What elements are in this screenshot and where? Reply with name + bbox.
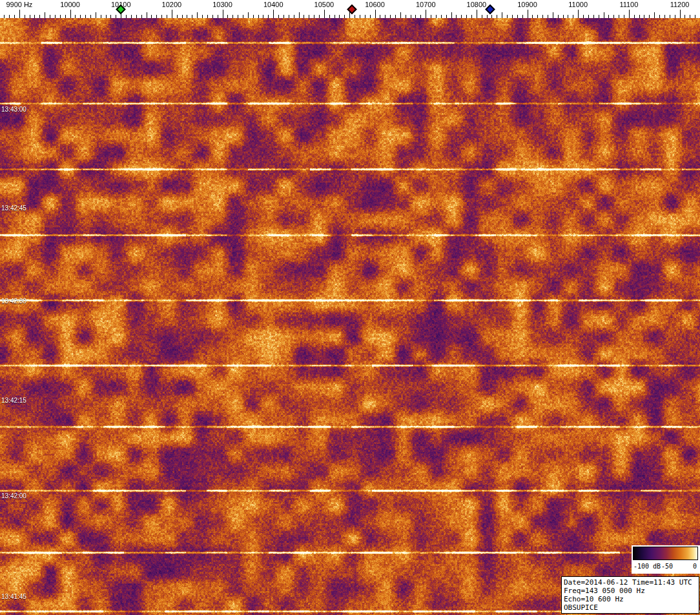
info-line: Echo=10 600 Hz [564,595,697,603]
colorbar-legend: -100 dB -50 0 [632,545,700,574]
info-line: OBSUPICE [564,603,697,612]
colorbar-gradient [633,547,698,560]
freq-tick-label: 10500 [314,1,335,8]
freq-tick-label: 10200 [162,1,182,8]
time-tick-label: 13:42:00 [1,492,26,499]
frequency-ruler[interactable]: 9900 Hz100001010010200103001040010500106… [0,0,700,18]
freq-tick-label: 10400 [263,1,283,8]
spectrogram-display: 9900 Hz100001010010200103001040010500106… [0,0,700,615]
info-line: Date=2014-06-12 Time=11:43 UTC [564,578,697,587]
freq-tick-label: 10600 [365,1,385,8]
freq-tick-label: 10300 [212,1,232,8]
status-info-box: Date=2014-06-12 Time=11:43 UTCFreq=143 0… [561,576,699,614]
colorbar-mid-label: -50 [661,563,673,570]
freq-tick-label: 11200 [670,1,690,8]
time-tick-label: 13:42:15 [1,397,26,404]
freq-tick-label: 11000 [568,1,588,8]
spectrogram-waterfall[interactable] [0,18,700,615]
info-line: Freq=143 050 000 Hz [564,587,697,595]
colorbar-labels: -100 dB -50 0 [632,563,700,572]
freq-tick-label: 11100 [619,1,638,8]
freq-tick-label: 10900 [517,1,537,8]
freq-tick-label: 10700 [416,1,436,8]
freq-tick-label: 9900 Hz [6,1,32,8]
time-tick-label: 13:43:00 [1,106,26,113]
colorbar-max-label: 0 [693,563,697,570]
time-tick-label: 13:41:45 [1,593,26,600]
time-tick-label: 13:42:45 [1,205,26,212]
freq-tick-label: 10800 [467,1,487,8]
time-tick-label: 13:42:30 [1,297,26,305]
colorbar-min-label: -100 dB [633,563,661,570]
freq-tick-label: 10000 [60,1,80,8]
